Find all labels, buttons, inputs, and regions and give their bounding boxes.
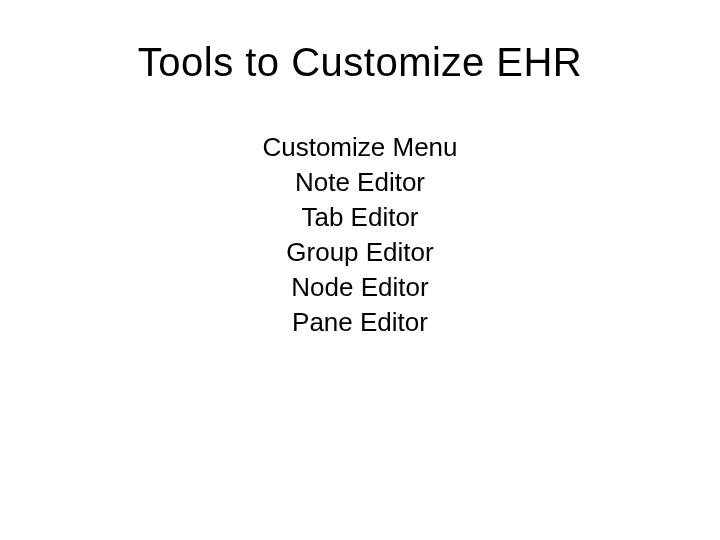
- slide-title: Tools to Customize EHR: [0, 40, 720, 85]
- list-item: Note Editor: [0, 165, 720, 200]
- tools-list: Customize Menu Note Editor Tab Editor Gr…: [0, 130, 720, 341]
- list-item: Pane Editor: [0, 305, 720, 340]
- list-item: Customize Menu: [0, 130, 720, 165]
- list-item: Group Editor: [0, 235, 720, 270]
- list-item: Node Editor: [0, 270, 720, 305]
- list-item: Tab Editor: [0, 200, 720, 235]
